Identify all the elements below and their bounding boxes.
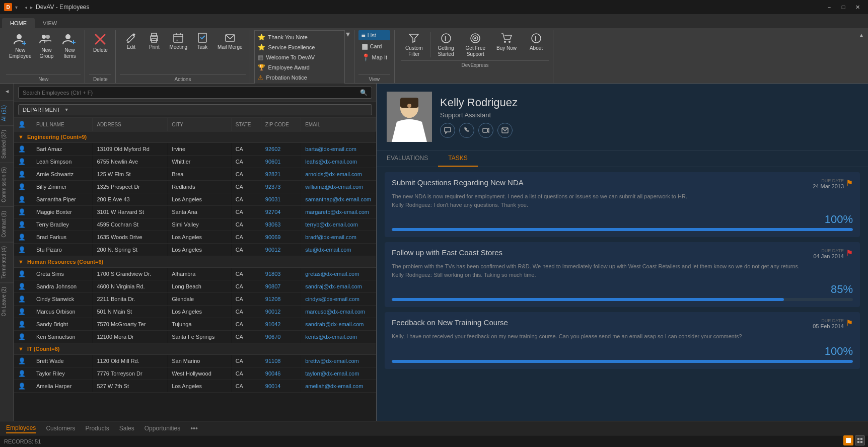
about-label: About [530,45,543,51]
search-input[interactable] [23,90,358,96]
status-icon-2[interactable] [855,435,865,445]
table-row[interactable]: 👤 Leah Simpson 6755 Newlin Ave Whittier … [14,156,376,168]
new-group-button[interactable]: NewGroup [35,30,57,61]
department-filter[interactable]: DEPARTMENT ▼ [18,104,372,115]
card-label: Card [370,43,382,49]
filter-contract[interactable]: Contract (3) [0,206,14,242]
person-icon: 👤 [18,283,26,290]
task-header: Follow up with East Coast Stores DUE DAT… [392,248,853,259]
custom-filter-button[interactable]: CustomFilter [401,30,426,59]
person-icon: 👤 [18,321,26,328]
welcome-item[interactable]: ▦ Welcome To DevAV [258,53,341,62]
phone-button[interactable] [459,123,474,138]
nav-more[interactable]: ••• [190,424,198,432]
custom-filter-icon [408,32,420,44]
getting-started-button[interactable]: i GettingStarted [433,30,459,59]
tab-tasks[interactable]: TASKS [438,151,477,167]
table-group-header[interactable]: ▼ Engineering (Count=9) [14,131,376,143]
table-group-header[interactable]: ▼ IT (Count=8) [14,343,376,355]
profile-title: Support Assistant [440,111,858,119]
row-name: Leah Simpson [32,156,93,168]
row-city: Simi Valley [168,218,231,231]
main-content: ◂ All (51) Salaried (37) Commission (5) … [0,84,868,421]
probation-notice-item[interactable]: ⚠ Probation Notice [258,73,341,82]
group-arrow: ▼ [18,259,24,265]
filter-salaried[interactable]: Salaried (37) [0,125,14,163]
thank-you-note-item[interactable]: ⭐ Thank You Note [258,33,341,42]
sidebar-toggle[interactable]: ◂ [5,87,10,96]
maximize-button[interactable]: □ [837,3,850,12]
table-row[interactable]: 👤 Stu Pizaro 200 N. Spring St Los Angele… [14,244,376,256]
table-row[interactable]: 👤 Brett Wade 1120 Old Mill Rd. San Marin… [14,355,376,367]
table-row[interactable]: 👤 Brad Farkus 1635 Woods Drive Los Angel… [14,231,376,244]
tab-view[interactable]: VIEW [35,18,65,28]
filter-terminated[interactable]: Terminated (4) [0,242,14,282]
minimize-button[interactable]: − [823,3,836,12]
row-email: barta@dx-email.com [301,143,376,156]
row-email: arnolds@dx-email.com [301,168,376,181]
video-button[interactable] [478,123,493,138]
mail-merge-button[interactable]: Mail Merge [214,30,245,52]
detail-panel: Kelly Rodriguez Support Assistant [377,84,868,421]
row-email: ameliah@dx-email.com [301,380,376,393]
nav-customers[interactable]: Customers [46,424,75,433]
table-row[interactable]: 👤 Greta Sims 1700 S Grandview Dr. Alhamb… [14,268,376,280]
service-excellence-item[interactable]: ⭐ Service Excellence [258,43,341,52]
status-icon-1[interactable] [843,435,853,445]
table-row[interactable]: 👤 Taylor Riley 7776 Torreyson Dr West Ho… [14,367,376,380]
table-row[interactable]: 👤 Cindy Stanwick 2211 Bonita Dr. Glendal… [14,293,376,306]
row-address: 3101 W Harvard St [93,206,168,218]
table-row[interactable]: 👤 Sandy Bright 7570 McGroarty Ter Tujung… [14,318,376,331]
nav-employees[interactable]: Employees [6,423,36,433]
new-employee-button[interactable]: NewEmployee [6,30,34,61]
nav-products[interactable]: Products [85,424,109,433]
new-items-button[interactable]: NewItems [58,30,81,61]
table-group-header[interactable]: ▼ Human Resources (Count=6) [14,256,376,268]
list-view-button[interactable]: ≡ List [358,30,391,40]
quick-letter-more[interactable]: ▾ [346,30,350,38]
task-item[interactable]: Submit Questions Regarding New NDA DUE D… [385,172,860,237]
row-icon-cell: 👤 [14,355,32,367]
tab-evaluations[interactable]: EVALUATIONS [377,151,438,167]
filter-on-leave[interactable]: On Leave (2) [0,282,14,320]
card-view-button[interactable]: ▦ Card [358,41,391,51]
table-row[interactable]: 👤 Terry Bradley 4595 Cochran St Simi Val… [14,218,376,231]
table-row[interactable]: 👤 Billy Zimmer 1325 Prospect Dr Redlands… [14,181,376,193]
task-item[interactable]: Feedback on New Training Course DUE DATE… [385,312,860,369]
edit-button[interactable]: Edit [120,30,142,52]
ribbon-collapse-button[interactable]: ▲ [857,31,866,39]
nav-opportunities[interactable]: Opportunities [144,424,180,433]
table-row[interactable]: 👤 Amelia Harper 527 W 7th St Los Angeles… [14,380,376,393]
table-row[interactable]: 👤 Maggie Boxter 3101 W Harvard St Santa … [14,206,376,218]
task-description: The new NDA is now required for employme… [392,192,853,209]
task-button[interactable]: Task [191,30,213,52]
welcome-label: Welcome To DevAV [266,54,315,60]
print-button[interactable]: Print [143,30,165,52]
nav-sales[interactable]: Sales [119,424,134,433]
table-row[interactable]: 👤 Samantha Piper 200 E Ave 43 Los Angele… [14,193,376,206]
map-it-button[interactable]: 📍 Map It [358,52,391,62]
meeting-button[interactable]: 1 Meeting [166,30,190,52]
buy-now-button[interactable]: Buy Now [492,30,521,53]
delete-button[interactable]: Delete [89,30,111,55]
filter-commission[interactable]: Commission (5) [0,163,14,206]
row-zip: 91208 [261,293,301,306]
tab-home[interactable]: HOME [2,18,35,28]
get-free-support-button[interactable]: Get FreeSupport [462,30,489,59]
task-percentage: 100% [825,345,853,358]
header-address: ADDRESS [93,118,168,131]
employee-award-item[interactable]: 🏆 Employee Award [258,63,341,72]
table-row[interactable]: 👤 Arnie Schwartz 125 W Elm St Brea CA 92… [14,168,376,181]
employee-table-container: 👤 FULL NAME ADDRESS CITY STATE ZIP CODE … [14,118,376,421]
close-button[interactable]: ✕ [851,3,864,12]
email-action-button[interactable] [497,123,513,138]
task-item[interactable]: Follow up with East Coast Stores DUE DAT… [385,242,860,307]
about-button[interactable]: i About [524,30,549,53]
table-row[interactable]: 👤 Marcus Orbison 501 N Main St Los Angel… [14,306,376,318]
table-row[interactable]: 👤 Bart Arnaz 13109 Old Myford Rd Irvine … [14,143,376,156]
app-icon: D [4,3,12,11]
table-row[interactable]: 👤 Sandra Johnson 4600 N Virginia Rd. Lon… [14,280,376,293]
table-row[interactable]: 👤 Ken Samuelson 12100 Mora Dr Santa Fe S… [14,331,376,343]
filter-all[interactable]: All (51) [0,101,14,125]
chat-button[interactable] [440,123,455,138]
